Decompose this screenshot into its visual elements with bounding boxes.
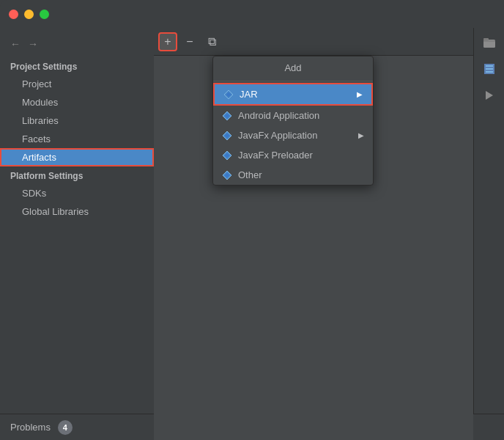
dropdown-item-android-label: Android Application [238, 110, 319, 121]
jar-arrow-icon: ▶ [357, 90, 363, 98]
project-settings-title: Project Settings [0, 57, 154, 75]
javafx-icon [222, 131, 232, 141]
svg-marker-16 [486, 91, 493, 100]
content-area: + − ⧉ Add JAR ▶ [154, 28, 473, 440]
sidebar-item-sdks[interactable]: SDKs [0, 184, 154, 202]
problems-label: Problems [10, 422, 51, 433]
preloader-icon [222, 150, 232, 161]
dropdown-item-other[interactable]: Other [213, 165, 373, 185]
svg-rect-15 [486, 71, 493, 73]
svg-rect-14 [486, 68, 493, 70]
menu-divider [213, 81, 373, 81]
close-button[interactable] [9, 10, 18, 19]
svg-rect-11 [483, 38, 489, 40]
android-icon [222, 111, 232, 121]
svg-rect-10 [483, 40, 495, 48]
dropdown-header: Add [213, 56, 373, 79]
dropdown-item-preloader-label: JavaFx Preloader [238, 150, 313, 161]
svg-rect-13 [486, 65, 493, 67]
play-icon[interactable] [478, 84, 501, 107]
sidebar-item-artifacts[interactable]: Artifacts [0, 148, 154, 166]
jar-icon [223, 89, 234, 100]
dropdown-item-other-label: Other [238, 169, 262, 180]
sidebar-item-modules[interactable]: Modules [0, 93, 154, 111]
add-button[interactable]: + [158, 32, 177, 51]
sidebar-item-facets[interactable]: Facets [0, 130, 154, 148]
remove-button[interactable]: − [180, 32, 199, 51]
sidebar-item-libraries[interactable]: Libraries [0, 111, 154, 130]
sidebar-item-project[interactable]: Project [0, 75, 154, 93]
dropdown-item-jar-label: JAR [240, 89, 258, 100]
sidebar: ← → Project Settings Project Modules Lib… [0, 28, 154, 440]
traffic-lights [9, 10, 49, 19]
maximize-button[interactable] [40, 10, 49, 19]
dropdown-item-javafx-label: JavaFx Application [238, 130, 317, 141]
toolbar: + − ⧉ [154, 28, 473, 56]
layers-icon[interactable] [478, 57, 501, 81]
folder-icon[interactable] [478, 31, 501, 54]
dropdown-menu: Add JAR ▶ [212, 56, 374, 186]
copy-button[interactable]: ⧉ [202, 32, 221, 51]
dropdown-item-android[interactable]: Android Application [213, 106, 373, 125]
back-button[interactable]: ← [10, 38, 21, 50]
problems-badge: 4 [58, 420, 73, 435]
minimize-button[interactable] [24, 10, 34, 19]
forward-button[interactable]: → [28, 38, 38, 50]
sidebar-item-global-libraries[interactable]: Global Libraries [0, 202, 154, 221]
platform-settings-title: Platform Settings [0, 166, 154, 184]
titlebar [0, 0, 504, 28]
nav-arrows: ← → [0, 35, 154, 57]
other-icon [222, 170, 232, 180]
dropdown-item-javafx[interactable]: JavaFx Application ▶ [213, 125, 373, 145]
javafx-arrow-icon: ▶ [358, 131, 364, 139]
main-layout: ← → Project Settings Project Modules Lib… [0, 28, 504, 440]
dropdown-item-jar[interactable]: JAR ▶ [213, 83, 373, 106]
right-sidebar [473, 28, 504, 440]
dropdown-item-preloader[interactable]: JavaFx Preloader [213, 145, 373, 165]
